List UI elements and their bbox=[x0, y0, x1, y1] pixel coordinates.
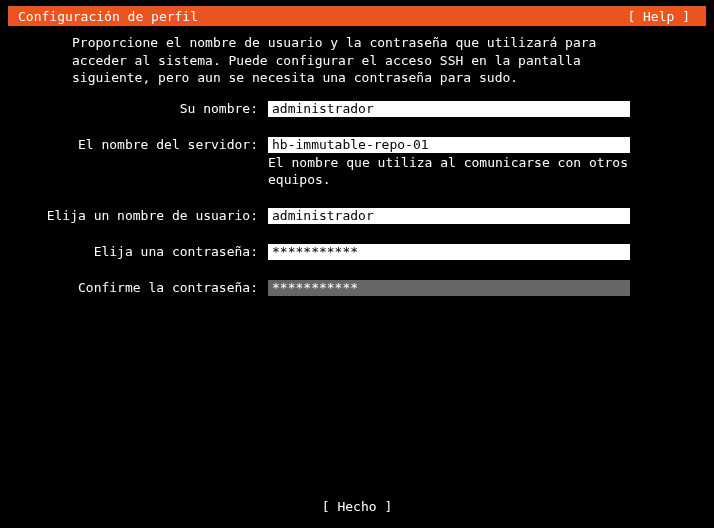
label-name: Su nombre: bbox=[16, 101, 268, 116]
label-servername: El nombre del servidor: bbox=[16, 137, 268, 152]
header-bar: Configuración de perfil [ Help ] bbox=[8, 6, 706, 26]
page-title: Configuración de perfil bbox=[14, 9, 198, 24]
label-username: Elija un nombre de usuario: bbox=[16, 208, 268, 223]
row-username: Elija un nombre de usuario: administrado… bbox=[16, 208, 698, 224]
input-servername[interactable]: hb-immutable-repo-01 bbox=[268, 137, 630, 153]
label-password: Elija una contraseña: bbox=[16, 244, 268, 259]
label-confirm: Confirme la contraseña: bbox=[16, 280, 268, 295]
row-name: Su nombre: administrador bbox=[16, 101, 698, 117]
input-name[interactable]: administrador bbox=[268, 101, 630, 117]
content-area: Proporcione el nombre de usuario y la co… bbox=[0, 26, 714, 296]
input-username[interactable]: administrador bbox=[268, 208, 630, 224]
hint-servername: El nombre que utiliza al comunicarse con… bbox=[268, 155, 630, 189]
intro-text: Proporcione el nombre de usuario y la co… bbox=[16, 34, 698, 87]
help-button[interactable]: [ Help ] bbox=[627, 9, 694, 24]
done-button[interactable]: [ Hecho ] bbox=[322, 499, 392, 514]
row-confirm: Confirme la contraseña: *********** bbox=[16, 280, 698, 296]
footer: [ Hecho ] bbox=[0, 499, 714, 514]
input-password[interactable]: *********** bbox=[268, 244, 630, 260]
input-confirm[interactable]: *********** bbox=[268, 280, 630, 296]
row-password: Elija una contraseña: *********** bbox=[16, 244, 698, 260]
row-servername: El nombre del servidor: hb-immutable-rep… bbox=[16, 137, 698, 189]
